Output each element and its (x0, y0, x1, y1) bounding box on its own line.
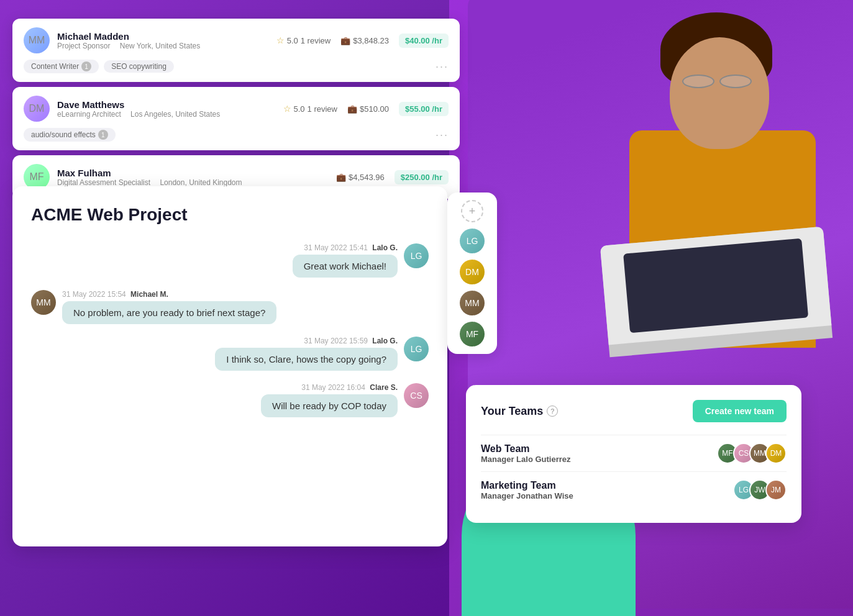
msg-content-3: 31 May 2022 15:59 Lalo G. I think so, Cl… (215, 337, 398, 371)
freelancer-cards: MM Michael Madden Project Sponsor New Yo… (12, 19, 460, 199)
team-name: Marketing Team (481, 480, 573, 491)
msg-sender: Michael M. (130, 290, 168, 299)
card-tags-dave: audio/sound effects 1 ··· (24, 128, 449, 142)
chat-title: ACME Web Project (31, 205, 429, 225)
message-row-1: LG 31 May 2022 15:41 Lalo G. Great work … (31, 243, 429, 278)
money-icon: 💼 (336, 173, 346, 182)
star-icon: ☆ (276, 35, 285, 45)
freelancer-name: Michael Madden (57, 31, 269, 42)
message-row-2: MM 31 May 2022 15:54 Michael M. No probl… (31, 290, 429, 324)
team-info-marketing: Marketing Team Manager Jonathan Wise (481, 480, 573, 500)
team-avatar: DM (765, 443, 787, 464)
card-info-michael-madden: Michael Madden Project Sponsor New York,… (57, 31, 269, 50)
msg-timestamp: 31 May 2022 16:04 (301, 383, 365, 392)
team-name: Web Team (481, 443, 571, 455)
msg-timestamp: 31 May 2022 15:41 (304, 243, 368, 252)
more-options[interactable]: ··· (436, 60, 449, 73)
money-icon: 💼 (340, 36, 350, 45)
sidebar-avatar-dave[interactable]: DM (460, 260, 485, 284)
rating-michael: ☆ 5.0 1 review (276, 35, 331, 45)
chat-panel: ACME Web Project LG 31 May 2022 15:41 La… (12, 186, 447, 546)
teams-header: Your Teams ? Create new team (481, 400, 787, 422)
rate-badge-dave: $55.00 /hr (399, 102, 449, 116)
team-manager: Manager Jonathan Wise (481, 491, 573, 500)
tag-audio[interactable]: audio/sound effects 1 (24, 128, 116, 142)
star-icon: ☆ (283, 104, 291, 114)
add-participant-button[interactable]: + (461, 200, 483, 222)
msg-meta-2: 31 May 2022 15:54 Michael M. (62, 290, 276, 299)
card-right-max: 💼 $4,543.96 $250.00 /hr (336, 170, 449, 184)
freelancer-role: eLearning Architect Los Angeles, United … (57, 110, 276, 119)
avatar-michael-madden: MM (24, 27, 50, 53)
team-info-web: Web Team Manager Lalo Gutierrez (481, 443, 571, 464)
create-team-button[interactable]: Create new team (693, 400, 787, 422)
msg-meta-3: 31 May 2022 15:59 Lalo G. (304, 337, 398, 345)
team-avatars-marketing: LG JW JM (733, 479, 787, 500)
freelancer-card-michael-madden[interactable]: MM Michael Madden Project Sponsor New Yo… (12, 19, 460, 82)
msg-content-4: 31 May 2022 16:04 Clare S. Will be ready… (261, 383, 398, 417)
msg-meta-4: 31 May 2022 16:04 Clare S. (301, 383, 398, 392)
msg-sender: Lalo G. (372, 243, 398, 252)
msg-sender: Lalo G. (372, 337, 398, 345)
msg-bubble-4: Will be ready by COP today (261, 394, 398, 417)
card-right-dave: ☆ 5.0 1 review 💼 $510.00 $55.00 /hr (283, 102, 449, 116)
team-manager: Manager Lalo Gutierrez (481, 455, 571, 464)
tag-seo[interactable]: SEO copywriting (104, 60, 174, 73)
sidebar-avatar-max[interactable]: MF (460, 322, 485, 346)
chat-sidebar: + LG DM MM MF (447, 192, 497, 354)
rate-badge-max: $250.00 /hr (395, 170, 449, 184)
avatar-dave-matthews: DM (24, 96, 50, 122)
msg-timestamp: 31 May 2022 15:59 (304, 337, 368, 345)
avatar-clare: CS (404, 383, 429, 408)
msg-content-2: 31 May 2022 15:54 Michael M. No problem,… (62, 290, 276, 324)
avatar-michael-2: MM (31, 290, 56, 315)
chat-messages: LG 31 May 2022 15:41 Lalo G. Great work … (31, 243, 429, 417)
msg-timestamp: 31 May 2022 15:54 (62, 290, 126, 299)
card-tags-michael: Content Writer 1 SEO copywriting ··· (24, 60, 449, 73)
card-info-max: Max Fulham Digital Assesment Specialist … (57, 168, 329, 187)
earnings-michael: 💼 $3,848.23 (340, 36, 389, 45)
freelancer-card-dave-matthews[interactable]: DM Dave Matthews eLearning Architect Los… (12, 87, 460, 150)
freelancer-name: Max Fulham (57, 168, 329, 178)
msg-bubble-3: I think so, Clare, hows the copy going? (215, 348, 398, 371)
team-item-web[interactable]: Web Team Manager Lalo Gutierrez MF CS MM… (481, 435, 787, 471)
teams-panel: Your Teams ? Create new team Web Team Ma… (466, 385, 801, 523)
card-info-dave: Dave Matthews eLearning Architect Los An… (57, 99, 276, 119)
msg-content-1: 31 May 2022 15:41 Lalo G. Great work Mic… (293, 243, 398, 278)
team-item-marketing[interactable]: Marketing Team Manager Jonathan Wise LG … (481, 471, 787, 508)
rating-dave: ☆ 5.0 1 review (283, 104, 338, 114)
money-icon: 💼 (347, 104, 357, 114)
more-options[interactable]: ··· (436, 129, 449, 142)
rate-badge-michael: $40.00 /hr (399, 34, 449, 48)
earnings-dave: 💼 $510.00 (347, 104, 389, 114)
freelancer-name: Dave Matthews (57, 99, 276, 110)
freelancer-role: Project Sponsor New York, United States (57, 42, 269, 50)
msg-bubble-1: Great work Michael! (293, 255, 398, 278)
sidebar-avatar-lalo[interactable]: LG (460, 229, 485, 253)
freelancer-role: Digital Assesment Specialist London, Uni… (57, 178, 329, 187)
msg-bubble-2: No problem, are you ready to brief next … (62, 301, 276, 324)
tag-content-writer[interactable]: Content Writer 1 (24, 60, 99, 73)
background-person-area (449, 0, 853, 616)
earnings-max: 💼 $4,543.96 (336, 173, 385, 182)
message-row-3: LG 31 May 2022 15:59 Lalo G. I think so,… (31, 337, 429, 371)
msg-sender: Clare S. (370, 383, 398, 392)
avatar-lalo-3: LG (404, 337, 429, 361)
help-icon[interactable]: ? (547, 405, 558, 417)
avatar-lalo-1: LG (404, 243, 429, 268)
msg-meta-1: 31 May 2022 15:41 Lalo G. (304, 243, 398, 252)
card-right-michael: ☆ 5.0 1 review 💼 $3,848.23 $40.00 /hr (276, 34, 449, 48)
teams-title: Your Teams ? (481, 405, 558, 418)
team-avatars-web: MF CS MM DM (717, 443, 787, 464)
team-avatar: JM (765, 479, 787, 500)
sidebar-avatar-michael[interactable]: MM (460, 291, 485, 315)
message-row-4: CS 31 May 2022 16:04 Clare S. Will be re… (31, 383, 429, 417)
